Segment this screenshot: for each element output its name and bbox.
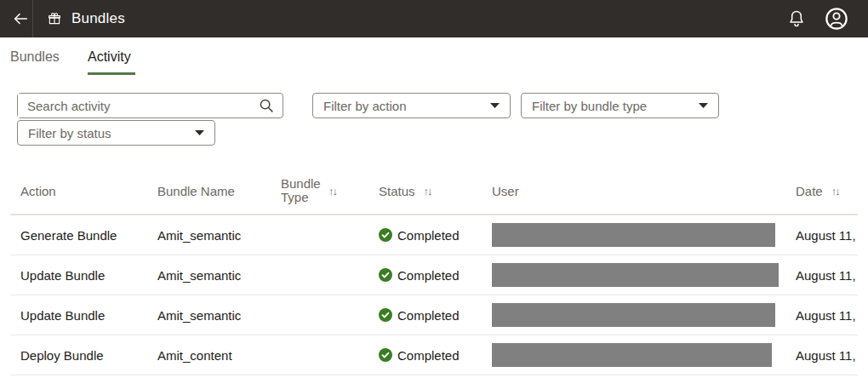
cell-bundle-name: Amit_semantic xyxy=(157,228,281,243)
cell-date: August 11, xyxy=(796,348,858,363)
completed-check-icon xyxy=(379,268,392,282)
notifications-button[interactable] xyxy=(786,9,807,29)
completed-check-icon xyxy=(379,348,392,362)
cell-action: Update Bundle xyxy=(10,268,157,283)
completed-check-icon xyxy=(379,308,392,322)
cell-date: August 11, xyxy=(796,308,858,323)
activity-table: Action Bundle Name Bundle Type Status Us… xyxy=(10,168,858,375)
cell-bundle-name: Amit_semantic xyxy=(157,308,281,323)
filter-by-action-label: Filter by action xyxy=(323,99,407,113)
sort-icon[interactable] xyxy=(424,185,433,198)
table-row[interactable]: Deploy Bundle Amit_content Completed Aug… xyxy=(10,335,858,375)
filter-by-status-label: Filter by status xyxy=(28,126,111,140)
table-row[interactable]: Update Bundle Amit_semantic Completed Au… xyxy=(10,255,858,295)
cell-user xyxy=(492,343,796,367)
cell-date: August 11, xyxy=(796,268,858,283)
cell-action: Generate Bundle xyxy=(10,228,157,243)
cell-bundle-name: Amit_semantic xyxy=(157,268,281,283)
avatar-icon xyxy=(825,7,848,31)
back-arrow-icon xyxy=(11,9,30,28)
chevron-down-icon xyxy=(699,103,708,108)
bell-icon xyxy=(786,9,807,29)
redacted-user-bar xyxy=(492,263,779,287)
redacted-user-bar xyxy=(492,223,775,247)
cell-status: Completed xyxy=(379,308,492,323)
status-label: Completed xyxy=(397,348,460,363)
chevron-down-icon xyxy=(490,103,500,108)
app-header: Bundles xyxy=(0,0,868,37)
table-row[interactable]: Generate Bundle Amit_semantic Completed … xyxy=(10,215,858,255)
column-header-bundle-type: Bundle Type xyxy=(281,177,379,205)
filter-by-status-dropdown[interactable]: Filter by status xyxy=(17,120,215,146)
status-label: Completed xyxy=(397,228,460,243)
column-header-bundle-name: Bundle Name xyxy=(157,184,281,198)
back-button[interactable] xyxy=(6,9,35,28)
cell-user xyxy=(492,303,796,327)
user-avatar[interactable] xyxy=(825,7,848,31)
filter-by-bundle-type-label: Filter by bundle type xyxy=(532,99,647,113)
search-input[interactable] xyxy=(18,94,257,117)
cell-user xyxy=(492,263,796,287)
cell-action: Deploy Bundle xyxy=(10,348,157,363)
bundle-gift-icon xyxy=(47,11,62,26)
page-title: Bundles xyxy=(71,10,125,27)
status-label: Completed xyxy=(397,268,460,283)
bundles-activity-page: Bundles Bundles Activity Filter by actio… xyxy=(0,0,868,378)
sort-icon[interactable] xyxy=(328,185,338,198)
status-label: Completed xyxy=(397,308,460,323)
tab-activity[interactable]: Activity xyxy=(88,49,131,65)
cell-date: August 11, xyxy=(796,228,858,243)
cell-bundle-name: Amit_content xyxy=(157,348,281,363)
column-header-action: Action xyxy=(10,184,157,198)
cell-status: Completed xyxy=(379,348,492,363)
table-row[interactable]: Update Bundle Amit_semantic Completed Au… xyxy=(10,295,858,335)
header-divider xyxy=(32,0,33,37)
search-icon[interactable] xyxy=(257,96,276,115)
chevron-down-icon xyxy=(195,130,204,135)
cell-status: Completed xyxy=(379,228,492,243)
cell-user xyxy=(492,223,796,247)
column-header-user: User xyxy=(492,184,796,198)
tab-bundles[interactable]: Bundles xyxy=(10,49,60,65)
cell-action: Update Bundle xyxy=(10,308,157,323)
column-header-date: Date xyxy=(796,184,858,198)
filter-by-bundle-type-dropdown[interactable]: Filter by bundle type xyxy=(521,93,719,118)
redacted-user-bar xyxy=(492,343,772,367)
active-tab-indicator xyxy=(88,72,135,75)
redacted-user-bar xyxy=(492,303,775,327)
table-header-row: Action Bundle Name Bundle Type Status Us… xyxy=(10,168,858,215)
cell-status: Completed xyxy=(379,268,492,283)
filter-by-action-dropdown[interactable]: Filter by action xyxy=(312,93,511,118)
sort-icon[interactable] xyxy=(831,185,841,198)
search-activity-box xyxy=(17,93,283,118)
column-header-status: Status xyxy=(379,184,492,198)
completed-check-icon xyxy=(379,228,392,242)
